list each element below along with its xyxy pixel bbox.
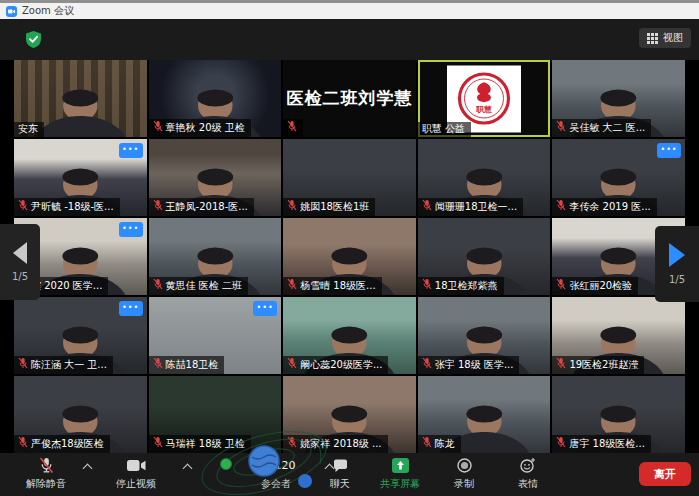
- muted-microphone-icon: [556, 436, 566, 451]
- chevron-right-icon: [669, 243, 685, 267]
- participant-name: 王静凤-2018-医...: [166, 201, 248, 213]
- participant-name: 陈汪涵 大一 卫...: [31, 359, 107, 371]
- page-indicator-right: 1/5: [669, 274, 685, 285]
- video-tile[interactable]: •••陈喆18卫检: [149, 297, 282, 374]
- video-tile[interactable]: 姚囡18医检1班: [283, 139, 416, 216]
- grid-view-icon: [647, 33, 658, 44]
- video-tile[interactable]: 18卫检郑紫燕: [418, 218, 551, 295]
- participant-name: 18卫检郑紫燕: [435, 280, 498, 292]
- participant-name-label: 19医检2班赵滢: [552, 356, 644, 374]
- muted-microphone-icon: [287, 357, 297, 372]
- video-tile[interactable]: 唐宇 18级医检...: [552, 376, 685, 453]
- video-tile[interactable]: •••尹昕毓 -18级-医...: [14, 139, 147, 216]
- video-tile[interactable]: 姚家祥 2018级 ...: [283, 376, 416, 453]
- participant-name-label: 姚家祥 2018级 ...: [283, 435, 387, 453]
- participant-name-label: 张宇 18级 医学...: [418, 356, 520, 374]
- participant-name: 唐宇 18级医检...: [569, 438, 644, 450]
- participant-name-label: [283, 119, 303, 137]
- svg-text:职慧: 职慧: [475, 105, 492, 114]
- participants-button[interactable]: 120 参会者: [236, 457, 316, 491]
- share-screen-button[interactable]: 共享屏幕: [370, 457, 430, 491]
- muted-microphone-icon: [153, 357, 163, 372]
- tile-more-options-button[interactable]: •••: [253, 301, 277, 316]
- participant-name-label: 陈汪涵 大一 卫...: [14, 356, 113, 374]
- record-icon: [457, 457, 472, 474]
- video-tile[interactable]: 王静凤-2018-医...: [149, 139, 282, 216]
- security-shield-icon[interactable]: [26, 31, 41, 52]
- tile-more-options-button[interactable]: •••: [119, 301, 143, 316]
- video-options-caret[interactable]: [183, 464, 193, 474]
- participant-name: 尹昕毓 -18级-医...: [31, 201, 114, 213]
- next-page-button[interactable]: 1/5: [655, 226, 699, 302]
- video-tile[interactable]: 严俊杰18级医检: [14, 376, 147, 453]
- participant-name: 职慧 公益: [422, 123, 465, 135]
- participant-name-label: 陈喆18卫检: [149, 356, 225, 374]
- stop-video-label: 停止视频: [116, 477, 156, 491]
- window-title: Zoom 会议: [22, 4, 74, 18]
- share-screen-label: 共享屏幕: [380, 477, 420, 491]
- video-tile[interactable]: 杨雪晴 18级医...: [283, 218, 416, 295]
- participant-name-label: 章艳秋 20级 卫检: [149, 119, 251, 137]
- video-tile[interactable]: 章艳秋 20级 卫检: [149, 60, 282, 137]
- muted-microphone-icon: [153, 120, 163, 135]
- video-tile[interactable]: 张宇 18级 医学...: [418, 297, 551, 374]
- participant-name-label: 张红丽20检验: [552, 277, 638, 295]
- video-tile[interactable]: 闻珊珊18卫检一...: [418, 139, 551, 216]
- tile-more-options-button[interactable]: •••: [657, 143, 681, 158]
- microphone-muted-icon: [39, 457, 54, 474]
- participants-label: 参会者: [261, 477, 291, 491]
- muted-microphone-icon: [556, 278, 566, 293]
- participant-name-label: 严俊杰18级医检: [14, 435, 110, 453]
- video-tile[interactable]: •••李传余 2019 医...: [552, 139, 685, 216]
- muted-microphone-icon: [287, 436, 297, 451]
- emoji-icon: [520, 457, 536, 474]
- participant-name-label: 黄思佳 医检 二班: [149, 277, 248, 295]
- muted-microphone-icon: [556, 120, 566, 135]
- muted-microphone-icon: [287, 199, 297, 214]
- tile-more-options-button[interactable]: •••: [119, 222, 143, 237]
- participant-name: 震 2020 医学...: [31, 280, 102, 292]
- tile-more-options-button[interactable]: •••: [119, 143, 143, 158]
- muted-microphone-icon: [153, 278, 163, 293]
- participant-name: 张红丽20检验: [569, 280, 632, 292]
- muted-microphone-icon: [18, 199, 28, 214]
- stop-video-button[interactable]: 停止视频: [104, 457, 168, 491]
- video-tile[interactable]: 马瑞祥 18级 卫检: [149, 376, 282, 453]
- video-tile[interactable]: •••陈汪涵 大一 卫...: [14, 297, 147, 374]
- video-tile[interactable]: 阚心蕊20级医学...: [283, 297, 416, 374]
- view-button-label: 视图: [663, 31, 683, 45]
- chevron-left-icon: [13, 242, 27, 264]
- video-tile[interactable]: 医检二班刘学慧: [283, 60, 416, 137]
- window-titlebar: Zoom 会议: [0, 3, 699, 19]
- reactions-button[interactable]: 表情: [506, 457, 550, 491]
- video-tile[interactable]: 吴佳敏 大二 医...: [552, 60, 685, 137]
- video-tile[interactable]: 职慧职慧 公益: [418, 60, 551, 137]
- participant-name: 严俊杰18级医检: [31, 438, 104, 450]
- record-button[interactable]: 录制: [442, 457, 486, 491]
- participant-count: 120: [275, 459, 296, 472]
- record-label: 录制: [454, 477, 474, 491]
- unmute-button[interactable]: 解除静音: [14, 457, 78, 491]
- video-tile[interactable]: 19医检2班赵滢: [552, 297, 685, 374]
- chat-button[interactable]: 聊天: [318, 457, 362, 491]
- video-tile[interactable]: 陈龙: [418, 376, 551, 453]
- muted-microphone-icon: [422, 357, 432, 372]
- muted-microphone-icon: [287, 278, 297, 293]
- muted-microphone-icon: [422, 436, 432, 451]
- camera-icon: [127, 457, 146, 474]
- previous-page-button[interactable]: 1/5: [0, 224, 40, 300]
- participant-name-label: 吴佳敏 大二 医...: [552, 119, 651, 137]
- muted-microphone-icon: [18, 436, 28, 451]
- participant-name-label: 闻珊珊18卫检一...: [418, 198, 523, 216]
- participant-name-label: 阚心蕊20级医学...: [283, 356, 388, 374]
- muted-microphone-icon: [422, 278, 432, 293]
- video-tile[interactable]: 黄思佳 医检 二班: [149, 218, 282, 295]
- audio-options-caret[interactable]: [83, 464, 93, 474]
- participant-name-label: 陈龙: [418, 435, 461, 453]
- leave-meeting-button[interactable]: 离开: [639, 462, 691, 486]
- unmute-label: 解除静音: [26, 477, 66, 491]
- participant-name-label: 18卫检郑紫燕: [418, 277, 504, 295]
- participant-name: 安东: [18, 123, 38, 135]
- view-button[interactable]: 视图: [639, 28, 691, 48]
- video-tile[interactable]: 安东: [14, 60, 147, 137]
